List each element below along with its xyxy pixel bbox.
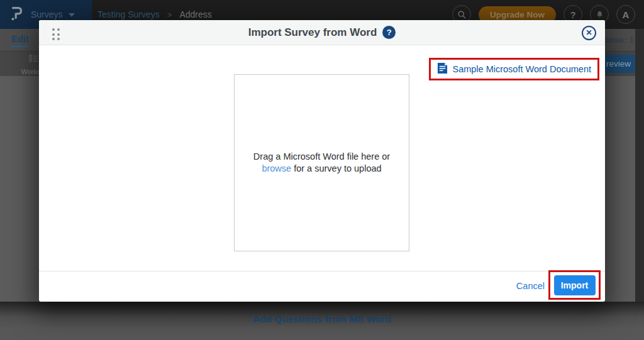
dropzone-line1: Drag a Microsoft Word file here or	[253, 151, 390, 162]
browse-link[interactable]: browse	[262, 163, 291, 173]
chevron-down-icon	[69, 13, 75, 17]
surveys-menu-label: Surveys	[31, 9, 63, 19]
proprofs-logo-icon	[9, 4, 25, 25]
avatar[interactable]: A	[616, 5, 635, 24]
modal-help-icon[interactable]: ?	[382, 26, 396, 39]
annotation-box-import: Import	[548, 270, 601, 300]
close-icon[interactable]: ✕	[582, 26, 596, 40]
annotation-box-sample: Sample Microsoft Word Document	[429, 58, 599, 80]
modal-footer: Cancel Import	[39, 271, 605, 302]
file-dropzone[interactable]: Drag a Microsoft Word file here or brows…	[234, 74, 409, 251]
cancel-button[interactable]: Cancel	[516, 281, 545, 291]
modal-title: Import Survey from Word	[248, 26, 377, 39]
workspace-edit-icon	[26, 54, 39, 67]
breadcrumb-current: Address	[179, 9, 211, 19]
dropzone-instructions: Drag a Microsoft Word file here or brows…	[253, 151, 390, 175]
word-document-icon	[437, 62, 448, 77]
import-survey-modal: Import Survey from Word ? ✕ Sample Micro…	[39, 20, 605, 302]
scrollbar-track[interactable]	[635, 29, 644, 302]
add-questions-ms-word-link[interactable]: Add Questions from MS Word	[253, 314, 391, 325]
tab-edit[interactable]: Edit	[11, 34, 28, 47]
breadcrumb-separator: >	[167, 10, 172, 19]
breadcrumb-parent-link[interactable]: Testing Surveys	[97, 9, 160, 19]
import-button[interactable]: Import	[554, 275, 596, 295]
page-bottom: Add Questions from MS Word	[0, 302, 644, 340]
modal-header: Import Survey from Word ? ✕	[39, 20, 605, 45]
sample-word-document-link[interactable]: Sample Microsoft Word Document	[452, 64, 591, 74]
dropzone-line2: for a survey to upload	[291, 163, 381, 173]
drag-handle-icon[interactable]	[52, 28, 60, 40]
app-screen: Surveys Testing Surveys > Address Upgrad…	[0, 0, 644, 340]
